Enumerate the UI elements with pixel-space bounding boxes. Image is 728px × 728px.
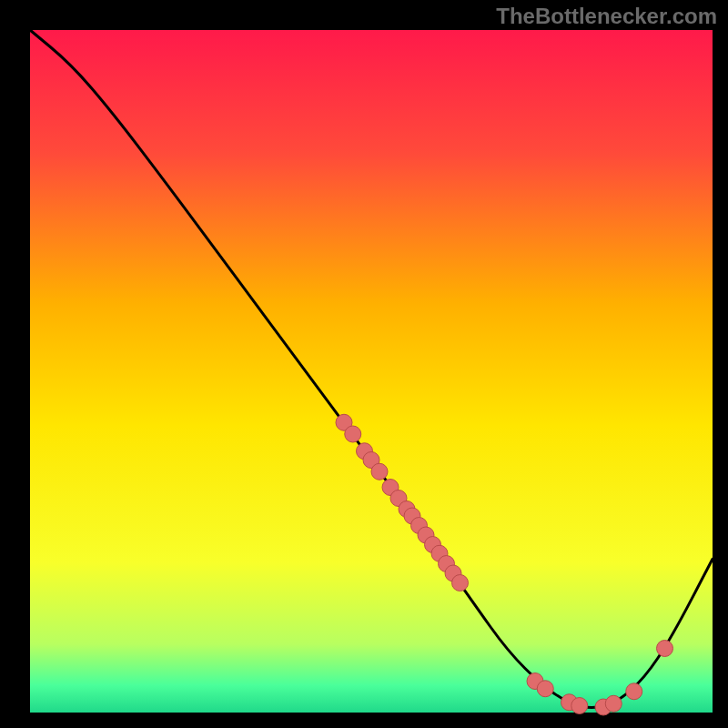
data-point	[452, 575, 469, 592]
chart-container: TheBottlenecker.com	[0, 0, 728, 728]
data-point	[345, 426, 361, 442]
data-point	[537, 681, 553, 697]
data-point	[657, 641, 673, 657]
data-point	[571, 698, 588, 714]
attribution-label: TheBottlenecker.com	[496, 4, 717, 29]
data-point	[371, 463, 388, 480]
data-point	[626, 683, 642, 700]
plot-background	[30, 30, 713, 713]
bottleneck-chart	[0, 0, 728, 728]
data-point	[605, 695, 622, 712]
